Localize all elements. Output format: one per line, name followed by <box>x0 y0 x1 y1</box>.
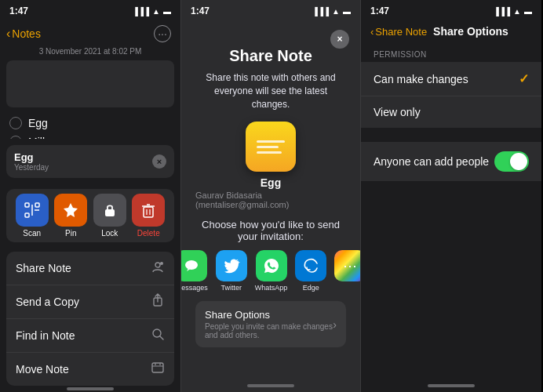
anyone-can-add-label: Anyone can add people <box>374 155 489 168</box>
quick-actions-row: Scan Pin Lock <box>6 189 174 242</box>
checkbox[interactable] <box>9 117 22 129</box>
edge-icon <box>295 250 326 281</box>
battery-icon: ▬ <box>163 7 171 16</box>
delete-icon <box>140 201 157 219</box>
note-owner-email: Gaurav Bidasaria (mentaliser@gmail.com) <box>195 191 346 209</box>
wifi-icon-3: ▲ <box>513 7 521 16</box>
note-line-3 <box>257 151 282 154</box>
note-icon-lines <box>257 140 285 154</box>
share-options-subtitle: People you invite can make changes and a… <box>205 322 333 339</box>
share-note-icon <box>151 260 165 277</box>
view-only-label: View only <box>374 106 421 118</box>
lock-icon-bg <box>93 194 126 227</box>
note-content-area <box>6 60 174 107</box>
signal-icon-3: ▐▐▐ <box>494 7 510 16</box>
status-icons-2: ▐▐▐ ▲ ▬ <box>312 7 351 16</box>
scan-label: Scan <box>23 229 41 238</box>
home-indicator-3 <box>428 384 475 387</box>
share-options-row[interactable]: Share Options People you invite can make… <box>195 301 346 347</box>
more-icon: ··· <box>158 27 167 40</box>
menu-items-list: Share Note Send a Copy <box>6 252 174 386</box>
edge-share[interactable]: Edge <box>295 250 326 292</box>
panel-share-options: 1:47 ▐▐▐ ▲ ▬ ‹ Share Note Share Options … <box>361 0 541 392</box>
chevron-right-icon: › <box>333 318 337 331</box>
svg-point-11 <box>155 263 160 267</box>
find-in-note-icon <box>151 327 165 344</box>
menu-note-title: Egg <box>14 151 49 163</box>
permission-section-header: PERMISSION <box>361 41 541 62</box>
more-options-button[interactable]: ··· <box>154 25 171 42</box>
status-time-2: 1:47 <box>191 5 210 16</box>
share-options-text: Share Options People you invite can make… <box>205 309 333 339</box>
messages-label: Messages <box>180 284 208 292</box>
whatsapp-share[interactable]: WhatsApp <box>255 250 288 292</box>
panel-share-note: 1:47 ▐▐▐ ▲ ▬ × Share Note Share this not… <box>180 0 361 392</box>
checklist-item-egg: Egg <box>28 117 48 129</box>
svg-point-18 <box>185 260 198 270</box>
note-app-icon <box>246 122 296 172</box>
send-copy-item[interactable]: Send a Copy <box>6 285 174 319</box>
status-bar-1: 1:47 ▐▐▐ ▲ ▬ <box>0 0 180 22</box>
back-to-notes[interactable]: ‹ Notes <box>6 27 41 41</box>
home-indicator-2 <box>247 384 294 387</box>
scan-action[interactable]: Scan <box>16 194 49 238</box>
pin-icon-bg <box>54 194 87 227</box>
scan-icon-bg <box>16 194 49 227</box>
share-options-title: Share Options <box>205 309 333 321</box>
back-to-share-note[interactable]: ‹ Share Note <box>370 26 427 38</box>
signal-icon-2: ▐▐▐ <box>312 7 329 16</box>
lock-action[interactable]: Lock <box>93 194 126 238</box>
move-note-label: Move Note <box>16 363 69 376</box>
delete-action[interactable]: Delete <box>132 194 165 238</box>
close-share-button[interactable]: × <box>330 30 349 49</box>
status-bar-3: 1:47 ▐▐▐ ▲ ▬ <box>361 0 541 22</box>
share-options-nav: ‹ Share Note Share Options <box>361 22 541 41</box>
panel-notes-context: 1:47 ▐▐▐ ▲ ▬ ‹ Notes ··· 3 November 2021… <box>0 0 180 392</box>
svg-rect-1 <box>35 203 39 207</box>
signal-icon: ▐▐▐ <box>133 7 149 16</box>
edge-label: Edge <box>303 284 319 292</box>
svg-rect-2 <box>25 213 29 217</box>
find-in-note-label: Find in Note <box>16 329 75 342</box>
share-note-item[interactable]: Share Note <box>6 252 174 285</box>
battery-icon-2: ▬ <box>343 7 351 16</box>
svg-line-13 <box>159 264 161 265</box>
pin-icon <box>62 201 79 219</box>
share-note-content: Share Note Share this note with others a… <box>181 22 360 347</box>
status-icons-1: ▐▐▐ ▲ ▬ <box>133 7 171 16</box>
scan-icon <box>24 201 41 219</box>
add-people-toggle[interactable] <box>494 151 529 172</box>
selected-checkmark: ✓ <box>519 71 529 86</box>
find-in-note-item[interactable]: Find in Note <box>6 319 174 353</box>
messages-icon <box>180 250 207 281</box>
notes-nav-header: ‹ Notes ··· <box>0 22 180 45</box>
back-chevron-icon: ‹ <box>6 27 10 41</box>
battery-icon-3: ▬ <box>524 7 532 16</box>
menu-note-subtitle: Yesterday <box>14 163 49 172</box>
back-label: Notes <box>12 27 41 40</box>
more-share[interactable]: ⋯ <box>334 250 361 292</box>
list-item: Egg <box>9 114 171 132</box>
delete-icon-bg <box>132 194 165 227</box>
pin-action[interactable]: Pin <box>54 194 87 238</box>
whatsapp-label: WhatsApp <box>255 284 288 292</box>
anyone-can-add-item: Anyone can add people <box>361 142 541 181</box>
status-bar-2: 1:47 ▐▐▐ ▲ ▬ <box>181 0 360 22</box>
note-line-1 <box>257 140 285 143</box>
permission-list: Can make changes ✓ View only <box>361 62 541 128</box>
more-apps-icon: ⋯ <box>334 250 361 281</box>
view-only-item[interactable]: View only <box>361 96 541 128</box>
messages-share[interactable]: Messages <box>180 250 208 292</box>
note-date: 3 November 2021 at 8:02 PM <box>0 45 180 60</box>
close-icon: × <box>157 157 162 166</box>
svg-rect-0 <box>25 203 29 207</box>
can-make-changes-item[interactable]: Can make changes ✓ <box>361 62 541 96</box>
status-icons-3: ▐▐▐ ▲ ▬ <box>494 7 532 16</box>
close-icon-2: × <box>337 34 342 45</box>
twitter-share[interactable]: Twitter <box>216 250 247 292</box>
close-menu-button[interactable]: × <box>152 154 166 169</box>
menu-title-area: Egg Yesterday <box>14 151 49 172</box>
move-note-item[interactable]: Move Note <box>6 353 174 386</box>
share-note-title: Share Note <box>229 47 312 65</box>
back-chevron-icon-3: ‹ <box>370 26 374 38</box>
